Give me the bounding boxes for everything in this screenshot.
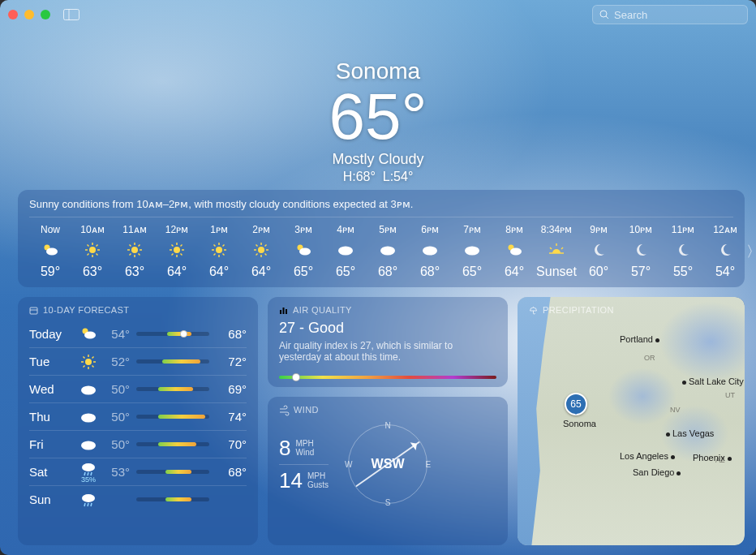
city-label: Las Vegas	[664, 428, 714, 438]
sun-icon	[73, 354, 104, 370]
hourly-slot: Now59°	[29, 224, 71, 279]
fullscreen-button[interactable]	[41, 10, 50, 19]
city-label: Salt Lake City	[680, 376, 744, 386]
tenday-title: 10-DAY FORECAST	[43, 305, 129, 315]
sidebar-icon	[63, 9, 79, 20]
hourly-slot: 11ᴘᴍ55°	[662, 224, 704, 279]
cloud-icon	[409, 240, 451, 260]
moon-icon	[662, 240, 704, 260]
tenday-row[interactable]: Thu50°74°	[29, 402, 247, 430]
svg-point-77	[81, 413, 96, 422]
partly-icon	[493, 240, 535, 260]
svg-rect-63	[30, 308, 37, 314]
svg-point-55	[423, 247, 437, 256]
hourly-slot: 12ᴀᴍ54°	[704, 224, 746, 279]
wind-card[interactable]: WIND 8 MPHWind 14 MPHGusts	[268, 397, 508, 545]
sun-icon	[71, 240, 114, 260]
window-controls	[8, 10, 50, 19]
city-label: Portland	[620, 334, 662, 344]
svg-line-22	[130, 254, 131, 256]
calendar-icon	[29, 306, 38, 315]
air-quality-value: 27 - Good	[279, 320, 496, 337]
hourly-next-button[interactable]: 〉	[746, 242, 756, 261]
svg-line-38	[214, 245, 216, 247]
city-label: Los Angeles	[620, 451, 677, 461]
hourly-slot: 4ᴘᴍ65°	[324, 224, 367, 279]
svg-line-74	[84, 365, 85, 367]
precipitation-card[interactable]: PRECIPITATION ORNVUTAZPortlandSalt Lake …	[518, 297, 745, 545]
rain-icon	[73, 492, 104, 508]
svg-point-6	[89, 247, 96, 253]
tenday-row[interactable]: Today54°68°	[29, 320, 247, 347]
svg-point-33	[216, 247, 222, 253]
svg-line-61	[550, 247, 552, 249]
svg-line-86	[91, 503, 92, 506]
minimize-button[interactable]	[24, 10, 34, 19]
tenday-row[interactable]: Fri50°70°	[29, 430, 247, 458]
tenday-row[interactable]: Sun	[29, 485, 247, 513]
tenday-card[interactable]: 10-DAY FORECAST Today54°68°Tue52°72°Wed5…	[18, 297, 258, 545]
svg-line-73	[92, 365, 94, 367]
svg-line-62	[561, 247, 563, 249]
hourly-slot: 3ᴘᴍ65°	[282, 224, 324, 279]
partly-icon	[29, 240, 71, 260]
tenday-row[interactable]: Sat35%53°68°	[29, 458, 247, 485]
svg-point-54	[380, 247, 395, 256]
svg-line-72	[84, 356, 85, 358]
hourly-card[interactable]: Sunny conditions from 10ᴀᴍ–2ᴘᴍ, with mos…	[18, 190, 745, 287]
moon-icon	[704, 240, 746, 260]
wind-title: WIND	[294, 405, 319, 415]
location-pin[interactable]: 65	[565, 393, 587, 415]
svg-point-2	[600, 11, 607, 17]
moon-icon	[578, 240, 620, 260]
wind-gust: 14	[279, 468, 303, 493]
hourly-slot: 7ᴘᴍ65°	[451, 224, 493, 279]
hourly-slot: 9ᴘᴍ60°	[578, 224, 620, 279]
svg-line-41	[223, 245, 225, 247]
svg-line-20	[130, 245, 131, 247]
svg-point-79	[82, 463, 95, 471]
air-quality-card[interactable]: AIR QUALITY 27 - Good Air quality index …	[268, 297, 508, 387]
hourly-slot: 6ᴘᴍ68°	[409, 224, 451, 279]
air-quality-desc: Air quality index is 27, which is simila…	[279, 340, 496, 363]
state-label: NV	[670, 406, 681, 414]
svg-line-31	[172, 254, 174, 256]
svg-line-23	[139, 245, 140, 247]
current-low: L:54°	[383, 170, 414, 183]
hourly-slot: 2ᴘᴍ64°	[240, 224, 282, 279]
svg-point-24	[174, 247, 180, 253]
city-label: Phoenix	[693, 453, 734, 462]
hourly-slot: 10ᴀᴍ63°	[71, 224, 114, 279]
current-condition: Mostly Cloudy	[0, 151, 756, 168]
partly-icon	[282, 240, 324, 260]
state-label: UT	[725, 391, 735, 399]
svg-point-67	[85, 359, 92, 365]
tenday-row[interactable]: Wed50°69°	[29, 375, 247, 402]
svg-line-11	[88, 245, 89, 247]
cloud-icon	[73, 411, 104, 424]
svg-point-15	[131, 247, 138, 253]
sun-icon	[198, 240, 240, 260]
svg-rect-89	[286, 309, 287, 314]
close-button[interactable]	[8, 10, 18, 19]
search-input[interactable]	[614, 9, 750, 21]
sun-icon	[240, 240, 282, 260]
tenday-row[interactable]: Tue52°72°	[29, 347, 247, 375]
partly-icon	[73, 325, 104, 342]
svg-rect-0	[64, 10, 79, 20]
hourly-slots: Now59°10ᴀᴍ63°11ᴀᴍ63°12ᴘᴍ64°1ᴘᴍ64°2ᴘᴍ64°3…	[29, 224, 746, 279]
hourly-summary: Sunny conditions from 10ᴀᴍ–2ᴘᴍ, with mos…	[29, 198, 733, 217]
current-conditions: Sonoma 65° Mostly Cloudy H:68° L:54°	[0, 58, 756, 184]
state-label: OR	[644, 354, 655, 362]
sidebar-toggle-button[interactable]	[62, 7, 81, 22]
current-hilo: H:68° L:54°	[0, 170, 756, 184]
search-box[interactable]	[592, 5, 748, 24]
svg-point-42	[258, 247, 264, 253]
svg-line-75	[92, 356, 94, 358]
air-quality-title: AIR QUALITY	[293, 305, 352, 315]
svg-line-13	[88, 254, 89, 256]
current-temp: 65°	[0, 84, 756, 149]
svg-rect-87	[280, 310, 281, 314]
wind-speed: 8	[279, 436, 290, 461]
svg-point-5	[46, 248, 58, 256]
